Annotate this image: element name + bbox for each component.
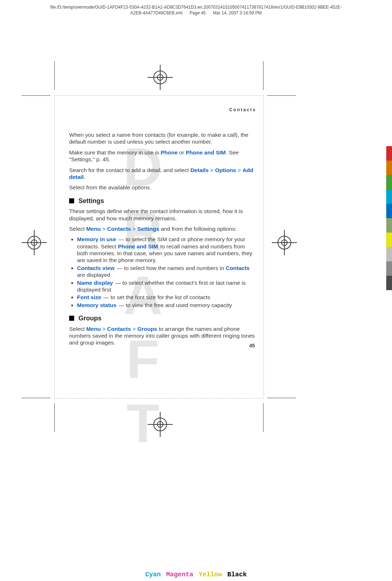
cmyk-footer: Cyan Magenta Yellow Black bbox=[0, 571, 392, 578]
color-swatch bbox=[386, 161, 392, 175]
square-bullet-icon bbox=[69, 198, 74, 203]
menu-path-link: Settings bbox=[138, 226, 159, 232]
list-item: Memory in use — to select the SIM card o… bbox=[77, 236, 256, 264]
black-label: Black bbox=[227, 571, 248, 578]
body-text: Select Menu > Contacts > Groups to arran… bbox=[69, 325, 256, 346]
menu-path-link: Contacts bbox=[107, 326, 131, 332]
list-item: Memory status — to view the free and use… bbox=[77, 302, 256, 308]
crop-mark-icon bbox=[263, 61, 263, 90]
chapter-title: Contacts bbox=[69, 107, 256, 113]
page-number: 45 bbox=[249, 343, 255, 349]
registration-mark-icon bbox=[272, 230, 297, 255]
file-path-line2: A2EB-4A477D49C6EB.xml bbox=[130, 10, 183, 15]
section-heading-groups: Groups bbox=[69, 314, 256, 323]
body-text: These settings define where the contact … bbox=[69, 208, 256, 222]
list-item: Name display — to select whether the con… bbox=[77, 279, 256, 293]
file-path-line1: file:/D:/temp/overmode/GUID-1AFD4F23-530… bbox=[50, 5, 342, 10]
color-swatch bbox=[386, 189, 392, 204]
color-swatch bbox=[386, 233, 392, 247]
section-heading-settings: Settings bbox=[69, 197, 256, 205]
file-path-header: file:/D:/temp/overmode/GUID-1AFD4F23-530… bbox=[0, 4, 392, 16]
menu-path-link: Options bbox=[215, 167, 236, 173]
crop-mark-icon bbox=[54, 61, 55, 90]
cyan-label: Cyan bbox=[144, 571, 161, 578]
menu-path-link: Details bbox=[190, 167, 209, 173]
timestamp: Mar 14, 2007 3:16:59 PM bbox=[213, 10, 262, 15]
menu-path-link: Groups bbox=[138, 326, 157, 332]
page-indicator: Page 45 bbox=[190, 10, 206, 15]
crop-mark-icon bbox=[22, 398, 50, 398]
color-swatch bbox=[386, 204, 392, 218]
square-bullet-icon bbox=[69, 316, 74, 321]
body-text: Select from the available options. bbox=[69, 184, 256, 191]
settings-option-list: Memory in use — to select the SIM card o… bbox=[69, 236, 256, 308]
color-swatch bbox=[386, 218, 392, 233]
crop-mark-icon bbox=[267, 95, 296, 96]
menu-path-link: Menu bbox=[86, 326, 100, 332]
color-swatch bbox=[386, 175, 392, 189]
list-item: Contacts view — to select how the names … bbox=[77, 265, 256, 279]
yellow-label: Yellow bbox=[198, 571, 223, 578]
color-swatch bbox=[386, 276, 392, 290]
body-text: When you select a name from contacts (fo… bbox=[69, 131, 256, 145]
registration-mark-icon bbox=[148, 65, 173, 90]
color-swatch bbox=[386, 261, 392, 276]
magenta-label: Magenta bbox=[165, 571, 194, 578]
color-swatch bbox=[386, 146, 392, 161]
registration-mark-icon bbox=[148, 412, 173, 437]
body-text: Search for the contact to add a detail, … bbox=[69, 167, 256, 181]
color-swatch bbox=[386, 247, 392, 261]
crop-mark-icon bbox=[22, 95, 50, 96]
crop-mark-icon bbox=[54, 403, 55, 432]
body-text: Make sure that the memory in use is Phon… bbox=[69, 149, 256, 163]
registration-mark-icon bbox=[22, 230, 47, 255]
menu-path-link: Phone bbox=[161, 149, 177, 156]
menu-path-link: Menu bbox=[86, 226, 100, 232]
cmyk-swatch-strip bbox=[386, 146, 392, 290]
crop-mark-icon bbox=[267, 398, 296, 398]
body-text: Select Menu > Contacts > Settings and fr… bbox=[69, 225, 256, 232]
menu-path-link: Phone and SIM bbox=[186, 149, 226, 156]
list-item: Font size — to set the font size for the… bbox=[77, 294, 256, 301]
page-content: Contacts When you select a name from con… bbox=[69, 107, 256, 350]
menu-path-link: Contacts bbox=[107, 226, 131, 232]
crop-mark-icon bbox=[263, 403, 263, 432]
